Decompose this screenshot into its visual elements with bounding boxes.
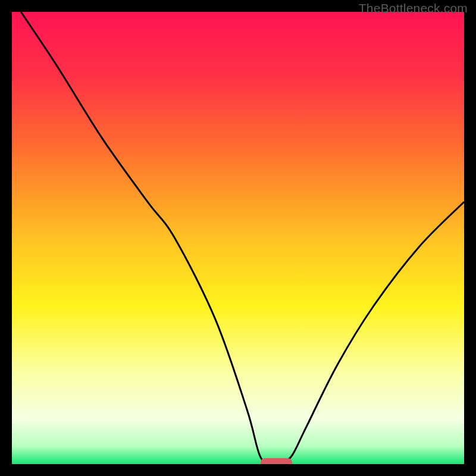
- bottleneck-curve: [12, 12, 464, 464]
- curve-path: [21, 12, 464, 462]
- watermark-label: TheBottleneck.com: [359, 1, 468, 15]
- plot-area: [12, 12, 464, 464]
- chart-frame: TheBottleneck.com: [0, 0, 476, 476]
- optimum-marker: [261, 458, 292, 464]
